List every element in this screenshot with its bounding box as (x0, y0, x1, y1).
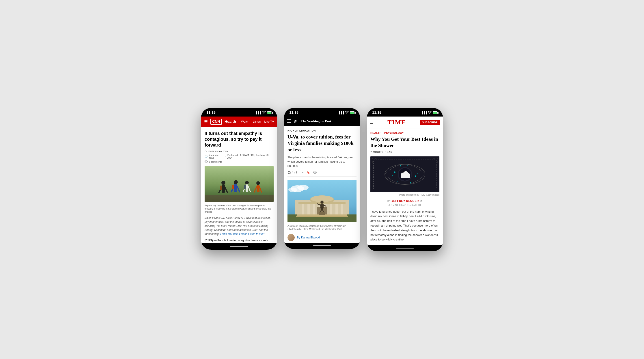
time-author-name[interactable]: JEFFREY KLUGER (392, 200, 419, 202)
wapo-phone-bottom (284, 243, 360, 249)
time-article-image (370, 156, 440, 192)
phone-wapo: 11:35 ▐▐▐ (284, 108, 360, 249)
time-subscribe-btn[interactable]: SUBSCRIBE (420, 120, 440, 125)
wapo-share[interactable]: ↗ (302, 171, 304, 174)
comment-count: 2 comments (208, 160, 222, 163)
wapo-category: HIGHER EDUCATION (288, 129, 356, 132)
svg-rect-22 (287, 121, 291, 121)
signal-icon: ▐▐▐ (338, 111, 344, 114)
svg-rect-16 (244, 185, 246, 189)
svg-rect-38 (336, 203, 338, 214)
twitter-icon[interactable]: ✕ (420, 200, 422, 202)
cnn-editor-note: Editor's Note: Dr. Katie Hurley is a chi… (204, 216, 274, 236)
cnn-listen-link[interactable]: Listen (253, 120, 260, 123)
cnn-body: (CNN) — People love to categorize teens … (204, 238, 274, 243)
time-status-bar: 11:35 ▐▐▐ (367, 108, 443, 116)
hamburger-icon[interactable]: ☰ (204, 119, 208, 124)
cnn-status-icons: ▐▐▐ (255, 111, 272, 114)
wifi-icon (345, 111, 349, 114)
wapo-headline: U-Va. to cover tuition, fees for Virgini… (288, 134, 356, 153)
cnn-headline: It turns out that empathy is contagious,… (204, 130, 274, 148)
svg-rect-37 (330, 203, 332, 214)
svg-rect-18 (257, 185, 260, 192)
wapo-header: W The Washington Post (284, 116, 360, 126)
wapo-status-icons: ▐▐▐ (338, 111, 355, 114)
wapo-article-content: HIGHER EDUCATION U-Va. to cover tuition,… (284, 126, 360, 243)
svg-rect-33 (308, 203, 310, 214)
time-logo[interactable]: TIME (388, 119, 406, 126)
svg-rect-78 (401, 176, 410, 178)
svg-rect-42 (296, 216, 348, 217)
cnn-time: 11:35 (206, 111, 216, 115)
home-indicator (230, 246, 248, 247)
book-link[interactable]: "Fiona McPhee, Please Listen to Me!" (219, 232, 264, 236)
battery-icon (433, 112, 438, 114)
comment-icon: 💬 (204, 160, 208, 163)
svg-rect-50 (319, 212, 325, 215)
wapo-menu-icon[interactable] (287, 120, 291, 123)
cnn-readtime: 4 minute read (209, 154, 224, 159)
time-date: JULY 18, 2024 10:27 AM EDT (370, 204, 440, 206)
wapo-min: 4 min (292, 171, 298, 174)
svg-point-44 (320, 200, 324, 204)
svg-point-71 (407, 165, 408, 166)
home-indicator (396, 248, 414, 248)
wifi-icon (428, 111, 432, 114)
share-icon: ↗ (302, 171, 304, 174)
time-hamburger-icon[interactable]: ☰ (370, 120, 374, 125)
cnn-header: ☰ CNN Health Watch Listen Live TV (201, 116, 277, 127)
svg-rect-8 (234, 184, 237, 192)
svg-point-54 (372, 158, 373, 159)
headphone-icon: 🎧 (288, 171, 291, 174)
wapo-actions: 🎧 4 min ↗ 🔖 💬 (288, 171, 356, 176)
svg-point-58 (437, 158, 438, 159)
svg-point-70 (417, 173, 418, 174)
time-headline: Why You Get Your Best Ideas in the Showe… (370, 136, 440, 149)
home-indicator (313, 246, 331, 246)
cnn-byline: Dr. Katie Hurley, CNN (204, 150, 274, 153)
time-img-caption: Photo-illustration by TIME; Getty Images (370, 194, 440, 196)
svg-rect-3 (222, 185, 225, 193)
svg-rect-23 (287, 122, 291, 122)
battery-icon (350, 112, 355, 114)
time-header: ☰ TIME SUBSCRIBE (367, 116, 443, 128)
wapo-bookmark[interactable]: 🔖 (307, 171, 310, 174)
svg-point-26 (297, 185, 308, 190)
svg-point-2 (222, 181, 226, 185)
wapo-author[interactable]: By Karina Elwood (297, 236, 320, 239)
svg-point-55 (375, 158, 376, 159)
svg-rect-34 (313, 203, 315, 214)
svg-point-59 (437, 161, 438, 163)
signal-icon: ▐▐▐ (255, 111, 261, 114)
signal-icon: ▐▐▐ (421, 111, 427, 114)
svg-rect-1 (204, 195, 274, 202)
cnn-watch-link[interactable]: Watch (241, 120, 249, 123)
time-category: HEALTH · PSYCHOLOGY (370, 132, 440, 134)
wapo-time: 11:35 (289, 111, 298, 115)
wapo-logo[interactable]: The Washington Post (301, 120, 331, 123)
wapo-author-row: By Karina Elwood (288, 234, 356, 241)
wapo-readtime: 🎧 4 min (288, 171, 298, 174)
svg-point-12 (245, 181, 249, 184)
cnn-comments[interactable]: 💬 2 comments (204, 160, 274, 163)
cnn-nav: Watch Listen Live TV (241, 120, 274, 123)
svg-point-56 (372, 161, 373, 163)
wifi-icon (262, 111, 266, 114)
phone-cnn: 11:35 ▐▐▐ ☰ CNN Health (201, 108, 277, 250)
wapo-logo-icon: W (293, 119, 297, 124)
time-body: I have long since gotten out of the habi… (370, 210, 440, 245)
cnn-published: Published 11:30 AM EDT, Tue May 28, 2024 (227, 154, 274, 159)
svg-rect-21 (287, 120, 291, 120)
time-body-p1: I have long since gotten out of the habi… (370, 210, 440, 242)
wapo-comment[interactable]: 💬 (313, 171, 316, 174)
battery-icon (267, 112, 272, 114)
cnn-phone-bottom (201, 243, 277, 250)
cnn-bullet: · (225, 155, 226, 158)
cnn-article-image (204, 166, 274, 202)
cnn-livetv-link[interactable]: Live TV (264, 120, 274, 123)
phone-time: 11:35 ▐▐▐ ☰ TIME SUBSCRIBE (367, 108, 443, 251)
cnn-section[interactable]: Health (224, 120, 236, 124)
editor-note-text: Editor's Note: Dr. Katie Hurley is a chi… (204, 216, 270, 236)
svg-point-57 (433, 158, 435, 159)
time-clock: 11:35 (372, 111, 382, 115)
